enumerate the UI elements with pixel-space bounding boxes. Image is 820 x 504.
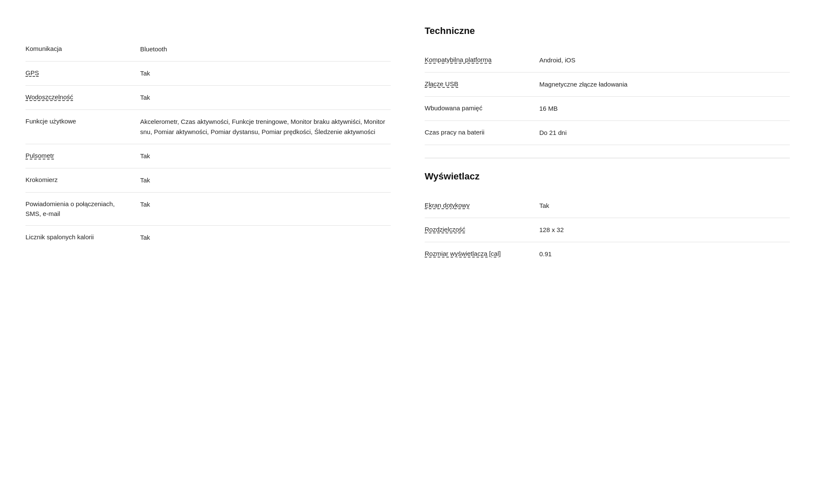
spec-value: 16 MB xyxy=(539,104,790,114)
spec-label: Rozmiar wyświetlacza [cal] xyxy=(425,249,527,259)
spec-label: Kompatybilna platforma xyxy=(425,55,527,65)
left-spec-row: PulsometrTak xyxy=(25,144,391,168)
spec-label: Funkcje użytkowe xyxy=(25,117,127,126)
left-spec-row: Licznik spalonych kaloriiTak xyxy=(25,226,391,249)
spec-label: Wodoszczelność xyxy=(25,92,127,102)
spec-label: Złącze USB xyxy=(425,79,527,89)
right-section-title: Wyświetlacz xyxy=(425,171,790,182)
right-spec-row: Złącze USBMagnetyczne złącze ładowania xyxy=(425,73,790,97)
spec-value: Tak xyxy=(140,68,391,78)
section-divider xyxy=(425,158,790,158)
spec-value: Tak xyxy=(140,175,391,185)
spec-value: Tak xyxy=(539,201,790,211)
page-container: KomunikacjaBluetoothGPSTakWodoszczelność… xyxy=(25,17,790,274)
right-spec-row: Rozmiar wyświetlacza [cal]0.91 xyxy=(425,242,790,266)
spec-value: Bluetooth xyxy=(140,44,391,54)
spec-value: Magnetyczne złącze ładowania xyxy=(539,79,790,90)
left-spec-row: Powiadomienia o połączeniach, SMS, e-mai… xyxy=(25,193,391,226)
spec-label: GPS xyxy=(25,68,127,78)
left-spec-row: KomunikacjaBluetooth xyxy=(25,37,391,62)
right-spec-row: Czas pracy na bateriiDo 21 dni xyxy=(425,121,790,145)
spec-value: Android, iOS xyxy=(539,55,790,65)
left-section: KomunikacjaBluetoothGPSTakWodoszczelność… xyxy=(25,17,391,274)
spec-label: Czas pracy na baterii xyxy=(425,128,527,137)
left-spec-row: GPSTak xyxy=(25,62,391,86)
spec-value: Tak xyxy=(140,151,391,161)
right-spec-row: Kompatybilna platformaAndroid, iOS xyxy=(425,48,790,73)
left-spec-row: WodoszczelnośćTak xyxy=(25,86,391,110)
spec-value: 0.91 xyxy=(539,249,790,259)
left-rows: KomunikacjaBluetoothGPSTakWodoszczelność… xyxy=(25,37,391,249)
spec-value: Tak xyxy=(140,199,391,210)
right-spec-row: Rozdzielczość128 x 32 xyxy=(425,218,790,242)
spec-label: Wbudowana pamięć xyxy=(425,104,527,113)
spec-label: Powiadomienia o połączeniach, SMS, e-mai… xyxy=(25,199,127,218)
spec-label: Komunikacja xyxy=(25,44,127,54)
left-spec-row: KrokomierzTak xyxy=(25,168,391,193)
spec-label: Krokomierz xyxy=(25,175,127,185)
spec-label: Ekran dotykowy xyxy=(425,201,527,210)
right-sections-container: TechniczneKompatybilna platformaAndroid,… xyxy=(425,25,790,266)
spec-value: Tak xyxy=(140,92,391,103)
left-spec-row: Funkcje użytkoweAkcelerometr, Czas aktyw… xyxy=(25,110,391,144)
right-spec-row: Ekran dotykowyTak xyxy=(425,194,790,218)
spec-value: Do 21 dni xyxy=(539,128,790,138)
spec-label: Pulsometr xyxy=(25,151,127,161)
spec-value: 128 x 32 xyxy=(539,225,790,235)
right-section: TechniczneKompatybilna platformaAndroid,… xyxy=(425,17,790,274)
right-section-title: Techniczne xyxy=(425,25,790,36)
spec-label: Licznik spalonych kalorii xyxy=(25,232,127,242)
spec-value: Tak xyxy=(140,232,391,243)
right-spec-row: Wbudowana pamięć16 MB xyxy=(425,97,790,121)
spec-label: Rozdzielczość xyxy=(425,225,527,235)
spec-value: Akcelerometr, Czas aktywności, Funkcje t… xyxy=(140,117,391,137)
